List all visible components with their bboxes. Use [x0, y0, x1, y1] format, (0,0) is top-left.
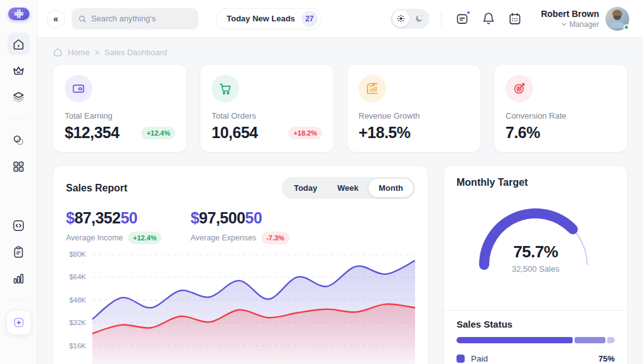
breadcrumb: Home > Sales Dashboard [38, 38, 643, 64]
status-bar-segment [575, 337, 605, 343]
income-change-badge: +12.4% [128, 232, 162, 244]
sidebar-divider [11, 299, 27, 300]
bar-chart-icon [12, 272, 25, 285]
breadcrumb-home[interactable]: Home [68, 48, 90, 57]
paid-swatch [457, 355, 465, 363]
monthly-target-title: Monthly Target [457, 177, 615, 188]
user-role: Manager [570, 20, 599, 29]
stat-label: Total Orders [212, 111, 322, 120]
leads-label: Today New Leads [227, 14, 295, 23]
sidebar-item-layers[interactable] [8, 85, 30, 108]
sales-status-title: Sales Status [457, 319, 615, 329]
panel-divider [444, 310, 627, 311]
notifications-button[interactable] [479, 9, 498, 28]
search-box[interactable] [72, 8, 198, 29]
average-expenses-value: $97,50050 [190, 209, 289, 227]
sidebar-item-apps[interactable] [8, 155, 30, 178]
app-logo[interactable] [8, 8, 30, 20]
monthly-target-panel: Monthly Target 75.7% 32,500 Sales Sales … [443, 165, 628, 364]
tab-today[interactable]: Today [284, 179, 327, 197]
leads-count-badge: 27 [301, 11, 318, 27]
sales-status-bar [457, 337, 615, 343]
moon-icon [414, 14, 424, 23]
stat-card-conversion-rate: Conversion Rate 7.6% [494, 64, 628, 153]
bell-icon [482, 12, 495, 26]
breadcrumb-separator: > [95, 48, 100, 57]
sidebar-item-home[interactable] [8, 33, 30, 55]
home-icon [12, 38, 25, 51]
online-status-dot [624, 24, 629, 30]
stat-value: 7.6% [505, 124, 540, 142]
sidebar-divider [11, 118, 27, 119]
average-expenses-block: $97,50050 Average Expenses -7.3% [190, 209, 289, 244]
sidebar [0, 0, 38, 364]
legend-row-paid: Paid 75% [457, 348, 615, 364]
sidebar-collapse-button[interactable]: « [46, 9, 65, 28]
tab-month[interactable]: Month [369, 179, 413, 197]
stat-label: Conversion Rate [505, 111, 616, 120]
calendar-icon [508, 12, 522, 26]
logo-cross-icon [13, 8, 25, 20]
avatar[interactable] [605, 7, 629, 31]
cart-icon [212, 75, 239, 102]
status-bar-segment [457, 337, 573, 343]
stat-card-total-orders: Total Orders 10,654 +18.2% [200, 64, 334, 153]
stat-card-revenue-growth: Revenue Growth +18.5% [347, 64, 481, 153]
stat-value: $12,354 [65, 124, 119, 142]
sidebar-nav [6, 33, 31, 364]
target-icon [505, 75, 533, 102]
stat-change-badge: +12.4% [141, 127, 175, 139]
plus-icon [13, 316, 25, 329]
average-income-value: $87,35250 [66, 209, 161, 227]
theme-dark-button[interactable] [411, 10, 428, 27]
calendar-button[interactable] [505, 9, 524, 28]
sidebar-item-code[interactable] [8, 214, 30, 237]
average-expenses-label: Average Expenses [190, 233, 256, 242]
chart-y-axis: $80K $64K $48K $32K $16K $0K [66, 250, 92, 364]
search-input[interactable] [91, 14, 192, 23]
average-income-label: Average Income [66, 233, 123, 242]
crown-icon [12, 64, 25, 77]
unread-dot [466, 10, 471, 15]
sales-status-legend: Paid 75% Cancelled 20% [457, 348, 615, 364]
growth-chart-icon [359, 75, 386, 102]
clipboard-icon [12, 245, 25, 259]
average-income-block: $87,35250 Average Income +12.4% [66, 209, 161, 244]
search-icon [78, 14, 87, 24]
top-bar: « Today New Leads 27 Robert Brown Manage… [38, 0, 643, 38]
stat-value: +18.5% [359, 124, 411, 142]
stat-label: Total Earning [65, 111, 175, 120]
sidebar-item-crown[interactable] [8, 59, 30, 82]
target-sales: 32,500 Sales [457, 264, 615, 274]
user-name: Robert Brown [541, 9, 599, 19]
shapes-icon [12, 134, 25, 147]
sidebar-item-analytics[interactable] [8, 267, 30, 289]
breadcrumb-home-icon [53, 47, 63, 57]
target-percent: 75.7% [457, 242, 615, 262]
wallet-icon [65, 75, 92, 102]
dashboard-bottom-row: Sales Report Today Week Month $87,35250 … [53, 165, 628, 364]
status-bar-segment [607, 337, 615, 343]
sales-chart: $80K $64K $48K $32K $16K $0K [66, 254, 415, 364]
report-range-tabs: Today Week Month [282, 177, 415, 199]
add-new-button[interactable] [6, 310, 31, 335]
stat-cards: Total Earning $12,354 +12.4% Total Order… [53, 64, 628, 153]
sidebar-item-shapes[interactable] [8, 129, 30, 151]
stat-card-total-earning: Total Earning $12,354 +12.4% [53, 64, 187, 153]
today-new-leads-pill[interactable]: Today New Leads 27 [216, 8, 322, 29]
user-profile[interactable]: Robert Brown Manager [541, 7, 629, 31]
stat-label: Revenue Growth [359, 111, 469, 120]
tab-week[interactable]: Week [327, 179, 369, 197]
main-content: Home > Sales Dashboard Total Earning $12… [38, 38, 643, 364]
chart-plot-area[interactable] [92, 254, 415, 364]
messages-button[interactable] [453, 9, 472, 28]
breadcrumb-current: Sales Dashboard [104, 48, 167, 57]
theme-light-button[interactable] [392, 10, 409, 27]
header-divider [441, 11, 441, 26]
target-gauge: 75.7% 32,500 Sales [457, 197, 615, 304]
theme-toggle [391, 9, 430, 29]
code-icon [12, 219, 25, 232]
apps-grid-icon [12, 160, 25, 173]
sidebar-item-clipboard[interactable] [8, 240, 30, 263]
layers-icon [12, 90, 25, 104]
